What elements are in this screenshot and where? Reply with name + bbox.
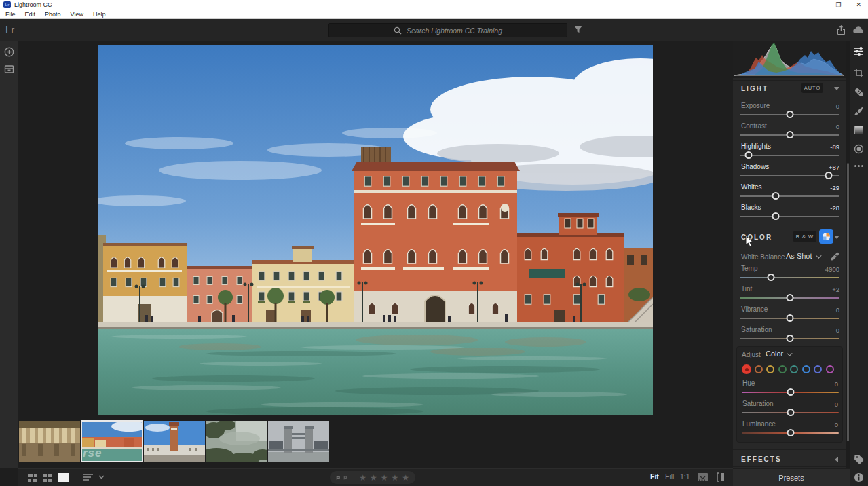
search-icon [394,26,402,35]
whites-knob[interactable] [772,192,779,200]
info-icon[interactable] [854,472,864,483]
menu-edit[interactable]: Edit [25,11,36,18]
star-2[interactable]: ★ [370,474,377,482]
brush-icon[interactable] [854,106,864,116]
hue-track[interactable] [742,392,839,393]
my-photos-icon[interactable] [4,64,14,74]
vibrance-track[interactable] [740,318,839,319]
grid-square-view-icon[interactable] [42,472,53,483]
star-4[interactable]: ★ [391,474,398,482]
tint-track[interactable] [740,297,839,299]
temp-label: Temp [741,265,757,272]
grid-mosaic-view-icon[interactable] [27,472,38,483]
shadows-track[interactable] [740,175,839,176]
linear-gradient-icon[interactable] [854,125,864,135]
luminance-knob[interactable] [787,429,794,436]
detail-view-icon[interactable] [57,472,69,483]
adjust-mode-chevron-icon [787,350,792,356]
exposure-knob[interactable] [786,111,793,118]
bw-toggle-button[interactable]: B & W [793,231,816,242]
filmstrip-thumb-campanile[interactable] [144,421,205,462]
mix-saturation-track[interactable] [742,412,839,413]
auto-button[interactable]: AUTO [801,83,823,93]
temp-knob[interactable] [767,274,774,281]
menu-photo[interactable]: Photo [45,11,61,18]
exposure-track[interactable] [740,114,839,115]
tint-value: +2 [832,286,839,293]
vibrance-knob[interactable] [786,314,793,322]
sort-chevron-icon[interactable] [98,475,105,479]
cloud-sync-icon[interactable] [852,26,865,34]
highlights-track[interactable] [740,155,839,156]
navigator-preview-icon[interactable] [697,472,709,482]
zoom-fill-button[interactable]: Fill [665,472,674,481]
edit-sliders-icon[interactable] [854,46,864,56]
sort-icon[interactable] [83,472,95,482]
panel-scrollbar-thumb[interactable] [847,163,849,441]
healing-brush-icon[interactable] [854,87,865,98]
menu-file[interactable]: File [5,11,16,18]
swatch-orange[interactable] [755,365,763,373]
swatch-teal[interactable] [790,365,798,373]
keywords-tag-icon[interactable] [854,453,865,464]
search-input[interactable]: Search Lightroom CC Training [328,23,567,37]
main-photo[interactable] [98,45,653,415]
zoom-fit-button[interactable]: Fit [650,472,659,481]
effects-section-header[interactable]: EFFECTS [733,449,846,467]
saturation-knob[interactable] [786,335,793,342]
flag-pick-icon[interactable] [336,474,340,482]
blacks-track[interactable] [740,216,839,217]
share-icon[interactable] [836,24,846,35]
temp-track[interactable] [740,277,839,278]
presets-button[interactable]: Presets [778,474,804,482]
color-collapse-icon[interactable] [834,236,839,239]
menu-view[interactable]: View [71,11,83,18]
light-collapse-icon[interactable] [834,87,839,90]
presets-bar[interactable]: Presets [733,468,850,486]
star-1[interactable]: ★ [359,474,366,482]
swatch-magenta[interactable] [826,365,834,373]
swatch-yellow[interactable] [766,365,774,373]
zoom-ratio-button[interactable]: 1:1 [680,472,690,481]
add-photos-icon[interactable] [4,47,14,57]
slider-blacks: Blacks -28 [733,204,846,223]
star-3[interactable]: ★ [381,474,388,482]
filmstrip-thumb-venice-selected[interactable]: rse [81,421,143,462]
swatch-purple[interactable] [814,365,822,373]
adjust-mode-select[interactable]: Color [766,350,791,358]
saturation-track[interactable] [740,338,839,339]
effects-collapse-icon[interactable] [835,457,838,462]
contrast-knob[interactable] [786,131,793,138]
minimize-button[interactable]: — [814,0,820,10]
star-5[interactable]: ★ [402,474,409,482]
white-balance-select[interactable]: As Shot [786,252,820,260]
highlights-knob[interactable] [745,151,753,159]
swatch-blue[interactable] [802,365,810,373]
luminance-track[interactable] [742,432,839,434]
close-button[interactable]: ✕ [856,0,861,10]
contrast-track[interactable] [740,134,839,136]
shadows-knob[interactable] [825,172,832,179]
eyedropper-icon[interactable] [830,252,839,261]
filmstrip-thumb-tower-bridge[interactable] [268,421,329,462]
radial-gradient-icon[interactable] [854,144,864,154]
hue-knob[interactable] [787,388,794,396]
filter-icon[interactable] [573,24,583,34]
blacks-knob[interactable] [772,212,779,220]
maximize-button[interactable]: ❐ [835,0,841,10]
swatch-green[interactable] [778,365,787,373]
mix-saturation-knob[interactable] [787,409,794,416]
flag-reject-icon[interactable] [343,474,347,482]
swatch-red[interactable] [742,364,751,374]
filmstrip-thumb-ruins[interactable] [19,421,80,462]
filmstrip-thumb-forest[interactable] [206,421,267,462]
panel-toggle-icon[interactable] [716,472,726,482]
color-mode-button[interactable] [819,229,833,244]
menu-help[interactable]: Help [93,11,106,18]
light-section-header[interactable]: LIGHT AUTO [733,80,846,96]
tint-knob[interactable] [786,294,793,301]
whites-track[interactable] [740,195,839,197]
more-tools-icon[interactable] [854,164,864,168]
crop-icon[interactable] [854,68,864,78]
highlights-value: -89 [830,143,839,151]
